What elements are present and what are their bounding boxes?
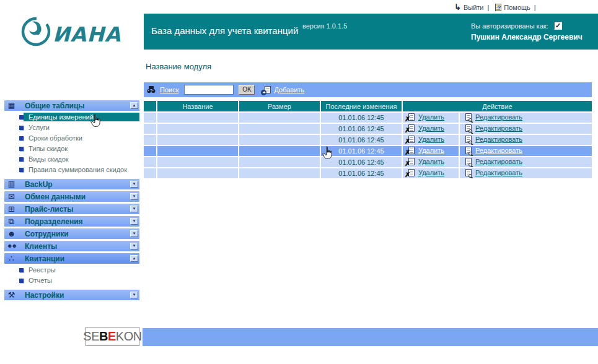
cell-delete: ✗Удалить — [403, 113, 459, 123]
column-header-action: Действие — [403, 101, 592, 111]
collapse-button[interactable]: ▲ — [130, 102, 138, 109]
search-link[interactable]: Поиск — [160, 86, 178, 93]
delete-link[interactable]: ✗Удалить — [406, 113, 444, 121]
delete-link[interactable]: ✗Удалить — [406, 158, 444, 166]
sidebar-section-backup[interactable]: ▥BackUp▼ — [4, 179, 139, 189]
delete-link[interactable]: ✗Удалить — [406, 147, 444, 155]
cell-size — [239, 168, 320, 178]
collapse-button[interactable]: ▼ — [130, 243, 138, 249]
sidebar-item-processing-terms[interactable]: Сроки обработки — [19, 134, 139, 142]
app-title: База данных для учета квитанций — [151, 25, 298, 36]
edit-link[interactable]: Редактировать — [463, 124, 522, 132]
help-icon: ? — [493, 4, 501, 12]
collapse-button[interactable]: ▼ — [130, 206, 138, 212]
data-table: Название Размер Последние изменения Дейс… — [143, 100, 593, 180]
search-toolbar: Поиск OK + Добавить — [144, 82, 592, 97]
sidebar-section-items: РеестрыОтчеты — [4, 266, 139, 285]
app-banner: База данных для учета квитанций версия 1… — [144, 14, 598, 50]
sidebar-item-label: Реестры — [24, 266, 139, 274]
add-link[interactable]: Добавить — [274, 86, 304, 93]
cell-name — [157, 157, 238, 167]
sidebar: ▦Общие таблицы▲Единицы измеренийУслугиСр… — [4, 100, 139, 302]
sidebar-section-price-lists[interactable]: ⊞Прайс-листы▼ — [4, 204, 139, 214]
exit-link[interactable]: ↳ Выйти — [454, 3, 483, 12]
bullet-icon — [19, 126, 24, 130]
cell-edit: Редактировать — [460, 157, 592, 167]
table-row[interactable]: 01.01.06 12:45✗УдалитьРедактировать — [144, 146, 592, 156]
authorized-checkbox[interactable]: ✓ — [554, 22, 562, 30]
sidebar-item-units[interactable]: Единицы измерений — [19, 113, 139, 121]
delete-link[interactable]: ✗Удалить — [406, 169, 444, 177]
edit-magnifier-icon — [463, 147, 472, 155]
sidebar-section-label: Настройки — [25, 291, 64, 300]
cell-size — [239, 113, 320, 123]
collapse-button[interactable]: ▼ — [130, 292, 138, 298]
sidebar-item-label: Услуги — [24, 123, 139, 132]
column-header-size: Размер — [239, 101, 320, 111]
edit-magnifier-icon — [463, 113, 472, 121]
edit-link[interactable]: Редактировать — [463, 113, 522, 121]
cell-selector — [144, 113, 156, 123]
table-row[interactable]: 01.01.06 12:45✗УдалитьРедактировать — [144, 124, 592, 134]
collapse-button[interactable]: ▼ — [130, 193, 138, 200]
sidebar-section-settings[interactable]: ⚒Настройки▼ — [4, 290, 139, 300]
sidebar-section-general-tables[interactable]: ▦Общие таблицы▲ — [4, 100, 139, 111]
delete-link[interactable]: ✗Удалить — [406, 136, 444, 144]
table-row[interactable]: 01.01.06 12:45✗УдалитьРедактировать — [144, 168, 592, 178]
sidebar-item-discount-kinds[interactable]: Виды скидок — [19, 155, 139, 163]
sidebar-item-label: Правила суммирования скидок — [24, 165, 139, 174]
top-links-bar: ↳ Выйти | ? Помощь | — [454, 2, 536, 12]
sidebar-section-departments[interactable]: ⧉Подразделения▼ — [4, 216, 139, 227]
sidebar-section-clients[interactable]: ☻☻Клиенты▼ — [4, 241, 139, 251]
sidebar-section-receipts[interactable]: ∴Квитанции▲ — [4, 253, 139, 264]
sebekon-logo: SEBEKON — [86, 327, 139, 346]
edit-link[interactable]: Редактировать — [463, 158, 522, 166]
help-link[interactable]: ? Помощь — [493, 4, 530, 12]
collapse-button[interactable]: ▼ — [130, 230, 138, 237]
cell-modified: 01.01.06 12:45 — [321, 124, 402, 134]
collapse-button[interactable]: ▼ — [130, 218, 138, 225]
cell-selector — [144, 146, 156, 156]
ok-button[interactable]: OK — [239, 85, 255, 95]
table-row[interactable]: 01.01.06 12:45✗УдалитьРедактировать — [144, 157, 592, 167]
edit-link[interactable]: Редактировать — [463, 147, 522, 155]
delete-icon: ✗ — [406, 147, 415, 155]
cell-delete: ✗Удалить — [403, 157, 459, 167]
cell-edit: Редактировать — [460, 113, 592, 123]
edit-link[interactable]: Редактировать — [463, 136, 522, 144]
sidebar-item-discount-sum-rules[interactable]: Правила суммирования скидок — [19, 165, 139, 174]
tools-icon: ⚒ — [6, 291, 17, 299]
sidebar-section-label: BackUp — [25, 180, 53, 189]
sidebar-section-employees[interactable]: ☻Сотрудники▼ — [4, 228, 139, 239]
cell-size — [239, 124, 320, 134]
bullet-icon — [19, 115, 24, 119]
table-row[interactable]: 01.01.06 12:45✗УдалитьРедактировать — [144, 113, 592, 123]
search-input[interactable] — [184, 85, 234, 95]
collapse-button[interactable]: ▲ — [130, 255, 138, 262]
sidebar-item-reports[interactable]: Отчеты — [19, 276, 139, 285]
cell-modified: 01.01.06 12:45 — [321, 168, 402, 178]
sidebar-section-data-exchange[interactable]: ✉Обмен данными▼ — [4, 191, 139, 202]
sebekon-segment: KON — [116, 329, 142, 344]
sidebar-section-label: Клиенты — [25, 242, 57, 251]
sidebar-item-registries[interactable]: Реестры — [19, 266, 139, 274]
edit-link[interactable]: Редактировать — [463, 169, 522, 177]
delete-link[interactable]: ✗Удалить — [406, 124, 444, 132]
cell-edit: Редактировать — [460, 135, 592, 145]
delete-icon: ✗ — [406, 136, 415, 144]
sidebar-item-label: Единицы измерений — [24, 113, 139, 121]
bullet-icon — [19, 136, 24, 141]
separator: | — [487, 4, 489, 11]
sidebar-section-label: Квитанции — [25, 254, 64, 263]
cell-name — [157, 135, 238, 145]
sidebar-item-discount-types[interactable]: Типы скидок — [19, 144, 139, 153]
sidebar-section-items: Единицы измеренийУслугиСроки обработкиТи… — [4, 113, 139, 174]
collapse-button[interactable]: ▼ — [130, 181, 138, 188]
cell-delete: ✗Удалить — [403, 124, 459, 134]
table-row[interactable]: 01.01.06 12:45✗УдалитьРедактировать — [144, 135, 592, 145]
cell-edit: Редактировать — [460, 168, 592, 178]
sidebar-section-label: Прайс-листы — [25, 205, 73, 214]
cell-delete: ✗Удалить — [403, 168, 459, 178]
sidebar-item-services[interactable]: Услуги — [19, 123, 139, 132]
tables-icon: ▦ — [6, 102, 17, 110]
